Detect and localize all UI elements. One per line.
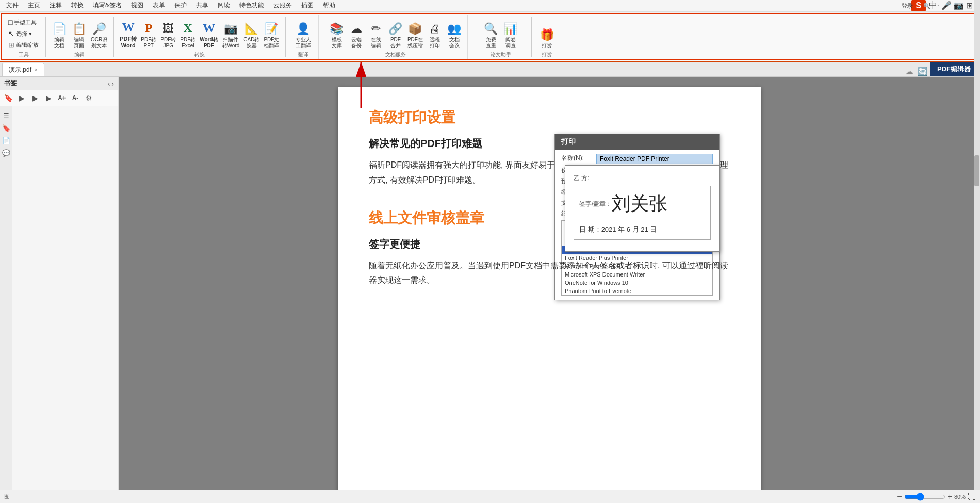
edit-group-label: 编辑 (74, 51, 85, 58)
pdf-to-excel-btn[interactable]: X PDF转Excel (178, 20, 197, 50)
pro-translate-btn[interactable]: 👤 专业人工翻译 (294, 21, 313, 50)
pdf-to-jpg-btn[interactable]: 🖼 PDF转JPG (159, 21, 177, 50)
sidebar-controls: ‹ › (108, 79, 114, 88)
pdf-merge-btn[interactable]: 🔗 PDF合并 (386, 21, 405, 50)
menu-file[interactable]: 文件 (2, 0, 23, 11)
fullscreen-icon[interactable]: ⛶ (968, 492, 976, 501)
online-edit-btn[interactable]: ✏ 在线编辑 (367, 21, 385, 50)
menu-annotation[interactable]: 注释 (45, 0, 66, 11)
divider-3 (285, 17, 286, 57)
zoom-plus-btn[interactable]: + (948, 492, 952, 501)
sync-tab-icon[interactable]: 🔄 (916, 67, 930, 76)
convert-buttons: W PDF转Word P PDF转PPT 🖼 PDF转JPG X PDF转Exc… (118, 16, 281, 50)
maximize-btn[interactable]: □ (951, 2, 962, 9)
menu-read[interactable]: 阅读 (214, 0, 234, 11)
minimize-btn[interactable]: − (937, 2, 948, 9)
pdf-tab[interactable]: 演示.pdf × (2, 63, 44, 76)
left-sidebar: 书签 ‹ › 🔖 ▶ ▶ ▶ A+ A- ⚙ ☰ 🔖 📄 💬 (0, 77, 119, 503)
section1-title: 高级打印设置 (369, 108, 730, 127)
sidebar-icon-bookmarks[interactable]: 🔖 (1, 123, 11, 133)
pdf-compress-btn[interactable]: 📦 PDF在线压缩 (406, 21, 424, 50)
select-tool-btn[interactable]: ↖ 选择 ▾ (6, 28, 41, 39)
sidebar-icon-comments[interactable]: 💬 (1, 148, 11, 158)
menu-cloud[interactable]: 云服务 (269, 0, 296, 11)
wenlu-group-label: 论文助手 (491, 51, 511, 58)
sidebar-bookmark-icon[interactable]: 🔖 (2, 92, 14, 104)
pdf-to-word-btn[interactable]: W PDF转Word (118, 19, 138, 50)
print-name-value[interactable]: Foxit Reader PDF Printer (596, 154, 713, 164)
sidebar-icon-layers[interactable]: ☰ (1, 110, 11, 121)
menu-special[interactable]: 特色功能 (235, 0, 268, 11)
word-to-pdf-btn[interactable]: W Word转PDF (198, 20, 219, 50)
doc-service-group-label: 文档服务 (385, 51, 406, 58)
doc-service-group: 📚 模板文库 ☁ 云端备份 ✏ 在线编辑 🔗 PDF合并 📦 PDF在 (323, 15, 468, 59)
sidebar-title: 书签 (4, 79, 17, 88)
sidebar-expand2-icon[interactable]: ▶ (29, 92, 41, 104)
zoom-value: 80% (954, 494, 966, 500)
sig-yi-fang-label: 乙 方: (574, 174, 711, 183)
free-check-btn[interactable]: 🔍 免费查重 (482, 21, 500, 50)
scan-to-word-btn[interactable]: 📷 扫描件转Word (221, 21, 241, 50)
translate-group: 👤 专业人工翻译 翻译 (288, 15, 319, 59)
menu-convert[interactable]: 转换 (67, 0, 88, 11)
tool-group-label: 工具 (19, 51, 29, 58)
cad-converter-btn[interactable]: 📐 CAD转换器 (242, 21, 261, 50)
sidebar-text-up-icon[interactable]: A+ (56, 92, 68, 104)
divider-6 (531, 17, 532, 57)
pdf-to-ppt-btn[interactable]: P PDF转PPT (139, 20, 158, 50)
menu-home[interactable]: 主页 (24, 0, 44, 11)
login-btn[interactable]: 登录 (897, 2, 917, 10)
reward-buttons: 🎁 打赏 (537, 16, 556, 50)
edit-buttons: 📄 编辑文档 📋 编辑页面 🔎 OCR识别文本 (50, 16, 109, 50)
top-bar-right: 登录 🔍 − □ × (897, 0, 980, 11)
divider-1 (45, 17, 46, 57)
meeting-btn[interactable]: 👥 文档会议 (445, 21, 464, 50)
print-name-label: 名称(N): (561, 154, 592, 163)
sidebar-title-bar: 书签 ‹ › (0, 77, 118, 90)
sidebar-options-icon[interactable]: ⚙ (83, 92, 95, 104)
zoom-minus-btn[interactable]: − (897, 492, 902, 501)
sidebar-toolbar: 🔖 ▶ ▶ ▶ A+ A- ⚙ (0, 90, 118, 106)
sig-date-value: 2021 年 6 月 21 日 (601, 225, 657, 234)
hand-tool-btn[interactable]: □ 手型工具 (6, 17, 41, 27)
ocr-btn[interactable]: 🔎 OCR识别文本 (89, 21, 109, 50)
menu-protect[interactable]: 保护 (170, 0, 191, 11)
pdf-section-signature: 线上文件审核盖章 签字更便捷 随着无纸化办公应用普及。当遇到使用PDF文档中需要… (369, 208, 730, 288)
reading-survey-btn[interactable]: 📊 阅卷调查 (501, 21, 520, 50)
edit-doc-btn[interactable]: 📄 编辑文档 (50, 21, 69, 50)
pdf-page: 高级打印设置 解决常见的PDF打印难题 福昕PDF阅读器拥有强大的打印功能, 界… (338, 87, 761, 500)
vertical-scrollbar[interactable] (974, 77, 980, 503)
pdf-editor-tab[interactable]: PDF编辑器 (930, 62, 978, 76)
printer-item-8[interactable]: Phantom Print to Evernote (562, 287, 712, 295)
edit-page-btn[interactable]: 📋 编辑页面 (70, 21, 88, 50)
wenlu-group: 🔍 免费查重 📊 阅卷调查 论文助手 (472, 15, 529, 59)
convert-group: W PDF转Word P PDF转PPT 🖼 PDF转JPG X PDF转Exc… (116, 15, 283, 59)
sidebar-expand3-icon[interactable]: ▶ (42, 92, 55, 104)
signature-dialog: 乙 方: 签字/盖章： 刘关张 日 期： 2021 年 6 月 21 日 (565, 165, 720, 252)
tool-group: □ 手型工具 ↖ 选择 ▾ ⊞ 编辑缩放 工具 (4, 15, 43, 59)
menu-help[interactable]: 帮助 (319, 0, 339, 11)
scrollbar-thumb[interactable] (974, 155, 979, 186)
zoom-slider[interactable] (904, 493, 945, 501)
sidebar-next-btn[interactable]: › (111, 79, 114, 88)
sidebar-expand-icon[interactable]: ▶ (15, 92, 28, 104)
template-btn[interactable]: 📚 模板文库 (328, 21, 346, 50)
menu-sign[interactable]: 填写&签名 (89, 0, 126, 11)
cloud-backup-btn[interactable]: ☁ 云端备份 (347, 21, 366, 50)
search-btn[interactable]: 🔍 (919, 2, 935, 10)
menu-share[interactable]: 共享 (192, 0, 213, 11)
menu-form[interactable]: 表单 (149, 0, 169, 11)
pdf-translate-btn[interactable]: 📝 PDF文档翻译 (262, 21, 281, 50)
sidebar-text-down-icon[interactable]: A- (69, 92, 81, 104)
reward-btn[interactable]: 🎁 打赏 (537, 27, 556, 50)
cloud-tab-icon[interactable]: ☁ (903, 67, 916, 76)
sidebar-icon-pages[interactable]: 📄 (1, 135, 11, 145)
menu-view[interactable]: 视图 (127, 0, 148, 11)
sidebar-prev-btn[interactable]: ‹ (108, 79, 110, 88)
zoom-tool-btn[interactable]: ⊞ 编辑缩放 (6, 40, 41, 50)
menu-diagram[interactable]: 插图 (297, 0, 318, 11)
pdf-tab-label: 演示.pdf (9, 66, 31, 74)
pdf-tab-close[interactable]: × (35, 67, 38, 73)
remote-print-btn[interactable]: 🖨 远程打印 (426, 21, 444, 50)
print-name-row: 名称(N): Foxit Reader PDF Printer (561, 154, 713, 164)
